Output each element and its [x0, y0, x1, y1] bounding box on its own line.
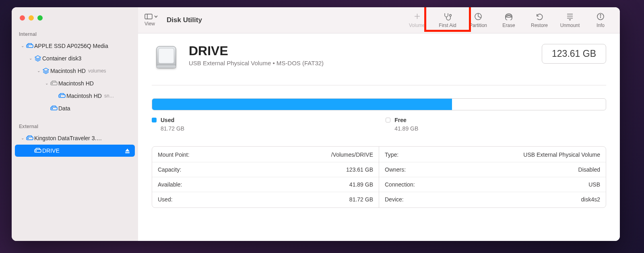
minimize-window-button[interactable]	[29, 15, 34, 21]
detail-key: Capacity:	[158, 166, 181, 173]
detail-key: Available:	[158, 181, 182, 188]
detail-row: Type:USB External Physical Volume	[379, 147, 606, 162]
sidebar-item-label: APPLE SSD AP0256Q Media	[34, 43, 108, 49]
sidebar-item[interactable]: ⌄Macintosh HDvolumes	[15, 65, 135, 77]
view-menu-button[interactable]: View	[144, 14, 158, 27]
detail-row: Mount Point:/Volumes/DRIVE	[152, 147, 379, 162]
svg-rect-15	[145, 14, 152, 19]
hdd-icon	[58, 93, 66, 99]
eject-icon[interactable]	[124, 147, 131, 154]
detail-row: Used:81.72 GB	[152, 192, 379, 207]
legend-free-value: 41.89 GB	[394, 125, 418, 132]
sidebar: Internal ⌄APPLE SSD AP0256Q Media⌄Contai…	[12, 7, 138, 241]
app-title: Disk Utility	[167, 16, 202, 24]
drive-name: DRIVE	[189, 44, 324, 58]
sidebar-item[interactable]: ⌄Macintosh HD	[15, 77, 135, 89]
drive-icon	[152, 44, 181, 73]
content-area: DRIVE USB External Physical Volume • MS-…	[138, 33, 620, 241]
detail-table: Mount Point:/Volumes/DRIVECapacity:123.6…	[152, 146, 606, 208]
detail-key: Used:	[158, 196, 173, 203]
usage-bar-used	[152, 99, 452, 110]
sidebar-item-label: Kingston DataTraveler 3.…	[34, 135, 102, 141]
disk-utility-window: Internal ⌄APPLE SSD AP0256Q Media⌄Contai…	[12, 7, 620, 241]
detail-row: Available:41.89 GB	[152, 177, 379, 192]
toolbar-button-label: Info	[597, 23, 605, 28]
unmount-button[interactable]: Unmount	[559, 12, 581, 28]
legend-free-label: Free	[394, 117, 407, 123]
svg-rect-30	[159, 48, 174, 63]
sidebar-item-label: Data	[58, 105, 70, 112]
detail-col-right: Type:USB External Physical VolumeOwners:…	[379, 147, 606, 207]
unmount-icon	[566, 12, 574, 21]
sidebar-item-suffix: sn…	[104, 93, 114, 99]
legend-used-swatch	[152, 118, 157, 122]
hdd-icon	[25, 135, 34, 141]
toolbar-button-label: Restore	[531, 23, 548, 28]
window-controls	[12, 13, 138, 23]
sidebar-item-label: Macintosh HD	[66, 93, 102, 99]
sidebar-item[interactable]: ⌄Kingston DataTraveler 3.…	[15, 132, 135, 144]
legend-used: Used 81.72 GB	[152, 117, 184, 132]
sidebar-item-label: Macintosh HD	[50, 68, 86, 74]
sidebar-item[interactable]: Macintosh HDsn…	[15, 90, 135, 102]
toolbar-button-label: First Aid	[439, 23, 456, 28]
drive-title-block: DRIVE USB External Physical Volume • MS-…	[189, 44, 324, 66]
svg-point-5	[52, 83, 53, 84]
stack-icon	[41, 68, 50, 74]
drive-header: DRIVE USB External Physical Volume • MS-…	[152, 44, 606, 73]
detail-row: Capacity:123.61 GB	[152, 162, 379, 177]
drive-subtitle: USB External Physical Volume • MS-DOS (F…	[189, 60, 324, 66]
chevron-down-icon[interactable]: ⌄	[20, 44, 25, 48]
detail-value: disk4s2	[581, 196, 600, 203]
hdd-icon	[50, 106, 58, 111]
svg-point-1	[28, 46, 29, 47]
toolbar-button-label: Erase	[502, 23, 515, 28]
info-button[interactable]: Info	[589, 12, 612, 28]
detail-key: Owners:	[385, 166, 406, 173]
close-window-button[interactable]	[20, 15, 25, 21]
eraser-icon	[504, 12, 513, 21]
svg-point-7	[60, 96, 61, 97]
plus-icon	[414, 12, 421, 21]
sidebar-item[interactable]: Data	[15, 102, 135, 114]
erase-button[interactable]: Erase	[497, 12, 520, 28]
detail-col-left: Mount Point:/Volumes/DRIVECapacity:123.6…	[152, 147, 379, 207]
chevron-down-icon[interactable]: ⌄	[28, 56, 33, 60]
sidebar-item-suffix: volumes	[88, 68, 106, 74]
chevron-down-icon	[154, 15, 158, 18]
usage-bar	[152, 98, 606, 110]
usage-legend: Used 81.72 GB Free 41.89 GB	[152, 117, 606, 132]
sidebar-section-external: External	[12, 115, 138, 132]
toolbar-button-label: Unmount	[560, 23, 580, 28]
sidebar-item[interactable]: ⌄Container disk3	[15, 52, 135, 64]
detail-value: 81.72 GB	[349, 196, 373, 203]
partition-button[interactable]: Partition	[467, 12, 489, 28]
chevron-down-icon[interactable]: ⌄	[20, 136, 25, 140]
legend-free: Free 41.89 GB	[386, 117, 418, 132]
detail-row: Owners:Disabled	[379, 162, 606, 177]
detail-value: /Volumes/DRIVE	[331, 151, 373, 158]
detail-value: USB	[588, 181, 600, 188]
svg-point-27	[600, 15, 601, 15]
toolbar-button-label: Volume	[409, 23, 425, 28]
sidebar-tree-internal: ⌄APPLE SSD AP0256Q Media⌄Container disk3…	[12, 39, 138, 115]
hdd-icon	[50, 81, 58, 86]
svg-marker-3	[43, 68, 49, 71]
detail-value: 41.89 GB	[349, 181, 373, 188]
first-aid-button[interactable]: First Aid	[436, 12, 459, 28]
sidebar-item[interactable]: ⌄APPLE SSD AP0256Q Media	[15, 40, 135, 52]
sidebar-item-label: Container disk3	[42, 55, 81, 62]
divider	[152, 85, 606, 85]
detail-row: Connection:USB	[379, 177, 606, 192]
svg-point-13	[36, 151, 37, 151]
chevron-down-icon[interactable]: ⌄	[44, 81, 50, 85]
toolbar-buttons: VolumeFirst AidPartitionEraseRestoreUnmo…	[406, 12, 612, 28]
info-icon	[597, 12, 605, 21]
legend-used-value: 81.72 GB	[161, 125, 184, 132]
chevron-down-icon[interactable]: ⌄	[36, 68, 41, 73]
sidebar-item[interactable]: DRIVE	[15, 145, 135, 157]
sidebar-item-label: DRIVE	[42, 147, 60, 154]
restore-button[interactable]: Restore	[528, 12, 551, 28]
toolbar: View Disk Utility VolumeFirst AidPartiti…	[138, 7, 620, 33]
maximize-window-button[interactable]	[37, 15, 43, 21]
